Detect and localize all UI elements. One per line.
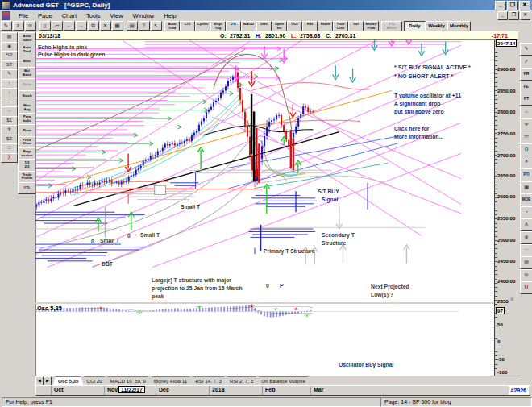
tab-macd-19-39-9[interactable]: MACD 19, 39, 9 bbox=[106, 376, 151, 385]
study-button-auto[interactable]: Auto Trnd bbox=[164, 21, 180, 31]
child-close-button[interactable]: ✕ bbox=[520, 11, 530, 20]
period-button-weekly[interactable]: Weekly bbox=[426, 21, 447, 31]
help-icon[interactable]: ? bbox=[139, 21, 150, 31]
open-chart-icon[interactable]: ▱ bbox=[52, 21, 63, 31]
minimize-button[interactable]: _ bbox=[495, 1, 506, 10]
menu-view[interactable]: View bbox=[105, 12, 127, 19]
period-button-monthly[interactable]: Monthly bbox=[447, 21, 471, 31]
pitchfork-icon[interactable]: Ψ bbox=[520, 118, 532, 131]
study-button-ellipt[interactable]: Ellipt Trig bbox=[210, 21, 226, 31]
price-chart-svg bbox=[35, 40, 494, 302]
text-icon[interactable]: A bbox=[520, 218, 532, 231]
copy-icon[interactable]: ⧉ bbox=[520, 269, 532, 282]
fib-extension-icon[interactable]: FE bbox=[520, 81, 532, 93]
restore-button[interactable]: ❐ bbox=[507, 1, 518, 10]
study-button-open[interactable]: Open Int bbox=[272, 21, 287, 31]
grid-icon[interactable]: ▦ bbox=[520, 181, 532, 194]
menu-help[interactable]: Help bbox=[159, 12, 181, 19]
quotes-icon[interactable]: » bbox=[13, 21, 24, 31]
first-bar-date-box[interactable]: 11/22/17 bbox=[118, 386, 145, 393]
study-button-vol[interactable]: Vol bbox=[348, 21, 364, 31]
pti-icon[interactable]: PTI bbox=[520, 168, 532, 181]
tool-button-1/3[interactable]: 1/3 2/3 bbox=[18, 159, 36, 172]
tool-button-mov[interactable]: Mov Avg bbox=[18, 102, 36, 114]
xtl-alerts-button[interactable]: XTL Alerts bbox=[381, 21, 402, 31]
trendlines-icon[interactable]: ∕∕ bbox=[520, 56, 532, 69]
open-value: 2792.31 bbox=[230, 33, 250, 39]
tool-button-bol[interactable]: Bol Band bbox=[18, 67, 36, 80]
zoom-icon[interactable]: ⊙ bbox=[25, 21, 36, 31]
back-arrow-icon[interactable]: ← bbox=[64, 21, 75, 31]
close-button[interactable]: ✕ bbox=[519, 1, 530, 10]
price-axis[interactable]: 2947.14 2900.002850.002800.002750.002700… bbox=[494, 40, 520, 376]
new-chart-icon[interactable]: ▯ bbox=[39, 21, 51, 31]
price-axis-label: 2400.00 bbox=[497, 278, 515, 284]
child-minimize-button[interactable]: _ bbox=[497, 11, 508, 20]
study-button-osc[interactable]: Osc bbox=[287, 21, 302, 31]
tab-on-balance-volume[interactable]: On Balance Volume bbox=[256, 376, 310, 385]
main-toolbar: ✎»⊙▯▱←→⧉✕▦▤?↖ Auto TrndCCICyclesEllipt T… bbox=[0, 21, 532, 31]
drawing-tool-strip: ✎∕∕FRFEFT⌂Ψ▭O✕PTI▦MOB◔A⊕:::▨⧉U bbox=[520, 31, 532, 396]
tab-cci-20[interactable]: CCI 20 bbox=[81, 376, 106, 385]
menu-tools[interactable]: Tools bbox=[81, 12, 106, 19]
fib-retracement-icon[interactable]: FR bbox=[520, 68, 532, 81]
study-button-time[interactable]: Time Clstr bbox=[333, 21, 348, 31]
study-button-cci[interactable]: CCI bbox=[180, 21, 195, 31]
gann-icon[interactable]: ⌂ bbox=[520, 106, 532, 118]
tool-button-xtl[interactable]: XTL bbox=[18, 182, 36, 195]
menu-chart[interactable]: Chart bbox=[57, 12, 81, 19]
price-axis-label: 2350 bbox=[497, 298, 509, 304]
price-axis-label: 2900.00 bbox=[497, 66, 515, 72]
rectangle-icon[interactable]: ▭ bbox=[520, 131, 532, 143]
pencil-icon[interactable]: ✎ bbox=[520, 43, 532, 56]
chart-icon[interactable]: ▦ bbox=[112, 21, 123, 31]
tool-button-auto[interactable]: Auto Gann bbox=[18, 32, 36, 45]
tool-button-stoch[interactable]: Stoch bbox=[18, 90, 36, 103]
period-button-daily[interactable]: Daily bbox=[404, 21, 426, 31]
study-button-rsi[interactable]: RSI bbox=[302, 21, 318, 31]
tool-button-auto[interactable]: Auto Trnd bbox=[18, 44, 36, 56]
study-button-money[interactable]: Money Flow bbox=[364, 21, 379, 31]
tool-button-delta[interactable]: Delta bbox=[18, 78, 36, 91]
pattern-icon[interactable]: ▨ bbox=[520, 256, 532, 269]
study-button-cycles[interactable]: Cycles bbox=[195, 21, 210, 31]
tile-windows-icon[interactable]: ⧉ bbox=[88, 21, 99, 31]
tab-money-flow-11[interactable]: Money Flow 11 bbox=[149, 376, 193, 385]
menu-page[interactable]: Page bbox=[33, 12, 57, 19]
study-button-stoch[interactable]: Stoch bbox=[318, 21, 333, 31]
tool-button-regr[interactable]: Regr ession bbox=[18, 147, 36, 160]
study-button-obv[interactable]: OBV bbox=[256, 21, 272, 31]
undo-icon[interactable]: U bbox=[520, 281, 532, 294]
print-icon[interactable]: ▤ bbox=[127, 21, 138, 31]
tool-button-price[interactable]: Price Clust bbox=[18, 136, 36, 149]
child-restore-button[interactable]: ❐ bbox=[509, 11, 519, 20]
study-button-jti[interactable]: JTI bbox=[226, 21, 241, 31]
menu-file[interactable]: File bbox=[14, 12, 33, 19]
fib-time-icon[interactable]: FT bbox=[520, 93, 532, 106]
magnifier-icon[interactable]: ⊕ bbox=[520, 231, 532, 244]
study-button-macd[interactable]: MACD bbox=[241, 21, 256, 31]
high-value: 2801.90 bbox=[265, 33, 285, 39]
forward-arrow-icon[interactable]: → bbox=[76, 21, 87, 31]
tab-rsi-2-7-3[interactable]: RSI 2, 7, 3 bbox=[225, 376, 258, 385]
mob-icon[interactable]: MOB bbox=[520, 193, 532, 206]
pointer-icon[interactable]: ✎ bbox=[1, 21, 12, 31]
delete-icon[interactable]: ✕ bbox=[100, 21, 111, 31]
time-axis[interactable]: 11/22/17 #2926 OctNovDec2018FebMar bbox=[35, 385, 530, 396]
chart-zoom-icon[interactable]: ◔ bbox=[520, 206, 532, 219]
chart-window-icon[interactable] bbox=[2, 11, 10, 20]
tool-button-para[interactable]: Para bolic bbox=[18, 113, 36, 126]
axis-settings-icon[interactable]: ☼ bbox=[509, 296, 514, 301]
month-label-oct: Oct bbox=[54, 387, 64, 392]
tool-button-trade[interactable]: Trade Profile bbox=[18, 171, 36, 184]
eraser-icon[interactable]: ✕ bbox=[520, 156, 532, 168]
ellipse-icon[interactable]: O bbox=[520, 143, 532, 156]
palette-icon[interactable]: ::: bbox=[520, 244, 532, 257]
tool-button-pivot[interactable]: Pivot bbox=[18, 124, 36, 137]
tool-button-bias[interactable]: Bias bbox=[18, 56, 36, 69]
erase-line-icon[interactable]: ╳ bbox=[1, 153, 18, 164]
menu-window[interactable]: Window bbox=[128, 12, 160, 19]
context-help-icon[interactable]: ↖ bbox=[151, 21, 162, 31]
tab-rsi-14-7-3[interactable]: RSI 14, 7, 3 bbox=[190, 376, 227, 385]
tab-osc-5-35[interactable]: Osc 5,35 bbox=[53, 376, 83, 385]
